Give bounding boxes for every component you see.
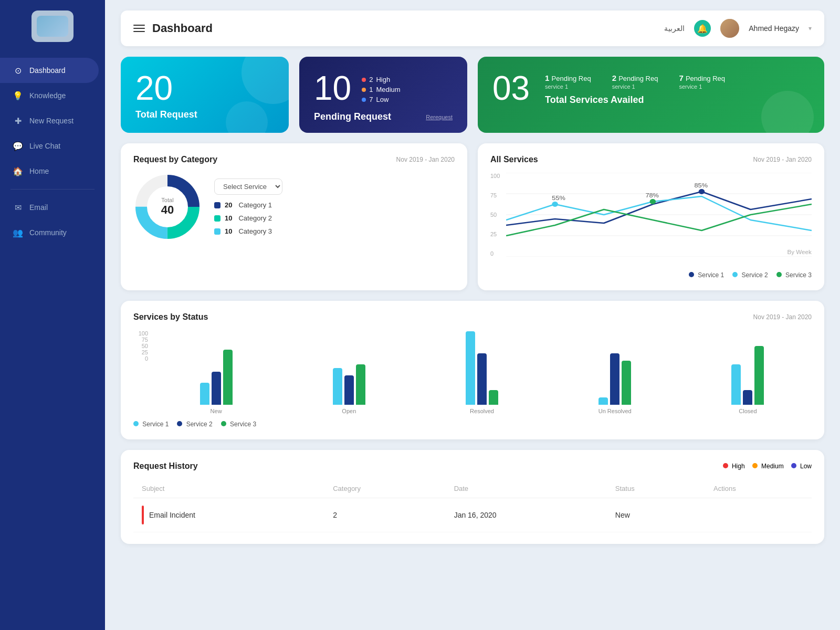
total-request-label: Total Request bbox=[135, 109, 274, 120]
sidebar-item-label: Dashboard bbox=[29, 66, 66, 75]
table-row: Email Incident 2 Jan 16, 2020 New bbox=[133, 498, 812, 532]
chart-all-services: All Services Nov 2019 - Jan 2020 100 75 … bbox=[478, 143, 824, 290]
pending-count-3: 7 bbox=[679, 74, 686, 82]
bar-label-new: New bbox=[152, 408, 280, 414]
pending-label-3: Pending Req bbox=[686, 75, 725, 82]
chart-status-title: Services by Status bbox=[133, 312, 208, 322]
sidebar-item-label: Live Chat bbox=[29, 142, 60, 150]
service3-legend: Service 3 bbox=[776, 271, 812, 279]
header: Dashboard العربية 🔔 Ahmed Hegazy ▾ bbox=[121, 10, 824, 46]
legend-category3: 10 Category 3 bbox=[214, 227, 282, 235]
medium-count: 1 bbox=[369, 86, 373, 93]
page-title: Dashboard bbox=[152, 22, 213, 35]
bar-chart-container: 100 75 50 25 0 New bbox=[133, 330, 812, 414]
notification-bell[interactable]: 🔔 bbox=[694, 20, 711, 37]
sidebar-nav: ⊙ Dashboard 💡 Knowledge ✚ New Request 💬 … bbox=[0, 58, 105, 630]
low-dot bbox=[362, 98, 366, 102]
sidebar-logo bbox=[32, 10, 74, 42]
medium-label: Medium bbox=[376, 86, 400, 93]
row-category: 2 bbox=[324, 498, 445, 532]
line-chart-svg-area: 55% 78% 85% By Week bbox=[506, 173, 812, 257]
sidebar-item-dashboard[interactable]: ⊙ Dashboard bbox=[0, 58, 99, 83]
bar-groups: New Open bbox=[152, 330, 812, 414]
donut-chart: Total 40 bbox=[133, 173, 202, 241]
medium-legend-dot bbox=[752, 463, 758, 468]
high-legend-dot bbox=[723, 463, 728, 468]
row-subject: Email Incident bbox=[133, 498, 324, 532]
email-icon: ✉ bbox=[13, 202, 23, 213]
sidebar-item-home[interactable]: 🏠 Home bbox=[0, 159, 105, 184]
service-select[interactable]: Select Service bbox=[214, 178, 282, 195]
total-request-number: 20 bbox=[135, 71, 274, 105]
high-count: 2 bbox=[369, 76, 373, 83]
chart-legend: 20 Category 1 10 Category 2 10 Category … bbox=[214, 201, 282, 235]
line-chart-svg: 55% 78% 85% By Week bbox=[506, 173, 812, 257]
language-switch[interactable]: العربية bbox=[664, 24, 685, 33]
bar-group-open-bars bbox=[333, 331, 365, 405]
sidebar-item-label: Community bbox=[29, 228, 67, 237]
high-label: High bbox=[376, 76, 390, 83]
chart-category-legend-area: Select Service 20 Category 1 10 Category bbox=[214, 178, 282, 235]
chart-services-header: All Services Nov 2019 - Jan 2020 bbox=[490, 155, 812, 164]
menu-icon[interactable] bbox=[133, 25, 145, 32]
col-status: Status bbox=[607, 479, 705, 498]
svg-text:By Week: By Week bbox=[787, 249, 812, 255]
chart-category-content: Total 40 Select Service 20 bbox=[133, 173, 455, 241]
bar-label-closed: Closed bbox=[684, 408, 812, 414]
legend-dot-cat3 bbox=[214, 228, 220, 235]
sidebar-item-email[interactable]: ✉ Email bbox=[0, 195, 105, 220]
pending-label-2: Pending Req bbox=[618, 75, 658, 82]
legend-dot-s2 bbox=[177, 421, 182, 426]
history-legend: High Medium Low bbox=[723, 463, 812, 470]
donut-total-num: 40 bbox=[161, 203, 174, 217]
chevron-down-icon[interactable]: ▾ bbox=[808, 25, 812, 32]
bar-group-closed-bars bbox=[731, 331, 764, 405]
rerequest-link[interactable]: Rerequest bbox=[426, 114, 453, 120]
bar-group-resolved-bars bbox=[466, 331, 498, 405]
sidebar-item-label: Knowledge bbox=[29, 91, 66, 100]
bar-closed-s2 bbox=[743, 390, 752, 405]
bar-group-new: New bbox=[152, 331, 280, 414]
sidebar-item-community[interactable]: 👥 Community bbox=[0, 220, 105, 245]
avatar bbox=[720, 19, 739, 38]
line-chart-wrapper: 100 75 50 25 0 bbox=[490, 173, 812, 267]
legend-dot-cat1 bbox=[214, 202, 220, 208]
pending-badges: 2 High 1 Medium 7 Low bbox=[362, 71, 400, 103]
subject-with-indicator: Email Incident bbox=[142, 506, 316, 524]
header-right: العربية 🔔 Ahmed Hegazy ▾ bbox=[664, 19, 812, 38]
legend-service1-status: Service 1 bbox=[133, 421, 169, 428]
pending-sub-3: service 1 bbox=[679, 83, 702, 90]
history-header: Request History High Medium Low bbox=[133, 461, 812, 471]
sidebar-item-live-chat[interactable]: 💬 Live Chat bbox=[0, 133, 105, 159]
bar-resolved-s1 bbox=[466, 331, 475, 405]
history-title: Request History bbox=[133, 461, 198, 471]
pending-sub-2: service 1 bbox=[612, 83, 635, 90]
service1-dot bbox=[689, 272, 694, 277]
sidebar-item-knowledge[interactable]: 💡 Knowledge bbox=[0, 83, 105, 108]
row-status: New bbox=[607, 498, 705, 532]
row-actions bbox=[705, 498, 812, 532]
history-table-body: Email Incident 2 Jan 16, 2020 New bbox=[133, 498, 812, 532]
legend-low: Low bbox=[791, 463, 812, 470]
legend-service2-status: Service 2 bbox=[177, 421, 212, 428]
bar-open-s1 bbox=[333, 368, 342, 405]
community-icon: 👥 bbox=[13, 227, 23, 238]
legend-dot-s1 bbox=[133, 421, 139, 426]
svg-point-13 bbox=[699, 189, 705, 194]
sidebar-item-new-request[interactable]: ✚ New Request bbox=[0, 108, 105, 133]
service1-legend: Service 1 bbox=[689, 271, 724, 279]
legend-dot-cat2 bbox=[214, 215, 220, 222]
bar-group-resolved: Resolved bbox=[418, 331, 545, 414]
service-pending-2: 2 Pending Req service 1 bbox=[612, 74, 658, 90]
sidebar: ⊙ Dashboard 💡 Knowledge ✚ New Request 💬 … bbox=[0, 0, 105, 630]
high-dot bbox=[362, 78, 366, 82]
bar-closed-s3 bbox=[754, 346, 764, 405]
service-select-wrapper: Select Service bbox=[214, 178, 282, 195]
low-label: Low bbox=[376, 96, 388, 103]
svg-text:78%: 78% bbox=[645, 192, 659, 199]
chart-category-title: Request by Category bbox=[133, 155, 217, 164]
chart-request-category: Request by Category Nov 2019 - Jan 2020 bbox=[121, 143, 467, 290]
sidebar-item-label: New Request bbox=[29, 117, 74, 125]
bar-label-unresolved: Un Resolved bbox=[551, 408, 679, 414]
chart-category-header: Request by Category Nov 2019 - Jan 2020 bbox=[133, 155, 455, 164]
